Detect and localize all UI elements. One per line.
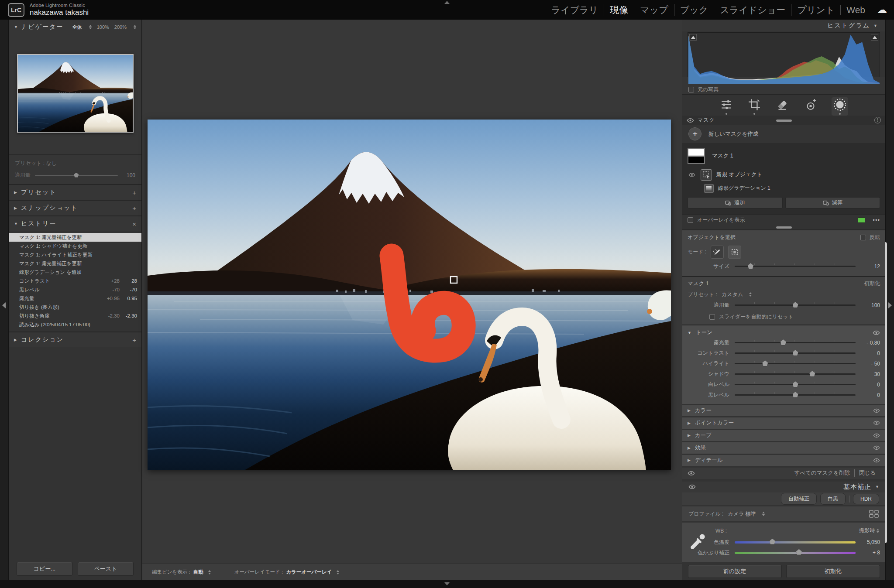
panel-drag-handle[interactable] bbox=[776, 120, 792, 122]
overlay-mode-value[interactable]: カラーオーバーレイ bbox=[286, 569, 332, 575]
red-eye-tool[interactable] bbox=[804, 98, 817, 115]
mask-subcomponent-row[interactable]: 線形グラデーション 1 bbox=[687, 182, 881, 196]
navigator-thumbnail[interactable] bbox=[17, 54, 134, 133]
add-collection-button[interactable]: + bbox=[132, 336, 136, 344]
invert-checkbox[interactable] bbox=[860, 235, 866, 240]
nav-zoom-100[interactable]: 100% bbox=[97, 24, 109, 30]
histogram[interactable] bbox=[688, 32, 880, 77]
collapse-bottom-arrow-icon[interactable] bbox=[444, 582, 450, 585]
module-slideshow[interactable]: スライドショー bbox=[714, 4, 791, 16]
nav-zoom-fit[interactable]: 全体 bbox=[72, 24, 82, 31]
module-web[interactable]: Web bbox=[840, 5, 871, 15]
presets-section-header[interactable]: ▶ プリセット + bbox=[9, 185, 141, 200]
basic-panel-header[interactable]: 基本補正 ▼ bbox=[682, 482, 885, 493]
edit-pins-value[interactable]: 自動 bbox=[193, 569, 203, 575]
history-item[interactable]: マスク 1: シャドウ補正を更新 bbox=[9, 242, 141, 250]
profile-value[interactable]: カメラ 標準 bbox=[728, 510, 756, 518]
mask-amount-slider[interactable] bbox=[735, 304, 856, 306]
healing-tool[interactable] bbox=[776, 98, 789, 115]
add-snapshot-button[interactable]: + bbox=[132, 205, 136, 212]
navigator-header[interactable]: ▼ ナビゲーター 全体 100% 200% bbox=[9, 20, 141, 34]
history-item[interactable]: マスク 1: 露光量補正を更新 bbox=[9, 233, 141, 242]
tone-header[interactable]: ▼ トーン bbox=[688, 328, 880, 338]
stepper-icon[interactable] bbox=[762, 512, 765, 516]
original-photo-checkbox[interactable] bbox=[688, 87, 694, 92]
show-overlay-checkbox[interactable] bbox=[688, 217, 693, 223]
copy-button[interactable]: コピー... bbox=[17, 562, 72, 576]
nav-zoom-200[interactable]: 200% bbox=[114, 24, 127, 30]
histogram-header[interactable]: ヒストグラム ▼ bbox=[682, 20, 885, 31]
photo-canvas[interactable] bbox=[148, 120, 671, 470]
info-icon[interactable]: ! bbox=[874, 117, 881, 123]
overlay-options-menu[interactable]: ••• bbox=[873, 217, 880, 223]
close-mask-panel-button[interactable]: 閉じる bbox=[854, 469, 880, 477]
exposure-slider[interactable] bbox=[735, 342, 856, 343]
amount-slider[interactable] bbox=[35, 175, 118, 176]
hdr-button[interactable]: HDR bbox=[853, 494, 879, 504]
highlights-slider[interactable] bbox=[735, 363, 856, 364]
history-item[interactable]: 線形グラデーション を追加 bbox=[9, 268, 141, 277]
profile-browser-icon[interactable] bbox=[869, 509, 879, 518]
module-book[interactable]: ブック bbox=[674, 4, 714, 16]
eye-icon[interactable] bbox=[687, 118, 694, 123]
history-item[interactable]: コントラスト+2828 bbox=[9, 277, 141, 285]
auto-reset-checkbox[interactable] bbox=[709, 314, 715, 320]
section-effects[interactable]: ▶ 効果 bbox=[682, 442, 885, 454]
mask-reset-button[interactable]: 初期化 bbox=[864, 280, 880, 287]
wb-eyedropper-icon[interactable] bbox=[688, 529, 706, 551]
tint-slider[interactable] bbox=[735, 552, 856, 554]
clear-history-button[interactable]: × bbox=[132, 220, 136, 228]
eye-icon[interactable] bbox=[688, 484, 696, 489]
wb-value[interactable]: 撮影時 bbox=[859, 527, 875, 534]
section-curve[interactable]: ▶ カーブ bbox=[682, 430, 885, 441]
masking-tool[interactable] bbox=[832, 97, 848, 116]
history-item[interactable]: 露光量+0.950.95 bbox=[9, 294, 141, 303]
history-section-header[interactable]: ▼ ヒストリー × bbox=[9, 216, 141, 231]
highlight-clipping-indicator[interactable] bbox=[871, 34, 878, 41]
stepper-icon[interactable] bbox=[877, 529, 879, 533]
whites-slider[interactable] bbox=[735, 384, 856, 385]
eye-icon[interactable] bbox=[873, 458, 880, 463]
history-item[interactable]: 読み込み (2025/04/15 17:05:00) bbox=[9, 320, 141, 329]
contrast-slider[interactable] bbox=[735, 352, 856, 354]
shadow-clipping-indicator[interactable] bbox=[689, 34, 697, 41]
left-panel-collapse-strip[interactable] bbox=[0, 20, 9, 580]
eye-icon[interactable] bbox=[873, 433, 880, 438]
mask-subtract-button[interactable]: 減算 bbox=[785, 197, 880, 209]
bw-button[interactable]: 白黒 bbox=[820, 493, 846, 505]
collapse-left-arrow-icon[interactable] bbox=[2, 302, 6, 308]
mask-item[interactable]: マスク 1 bbox=[687, 147, 881, 168]
module-develop[interactable]: 現像 bbox=[604, 4, 634, 16]
history-item[interactable]: マスク 1: ハイライト補正を更新 bbox=[9, 250, 141, 259]
snapshots-section-header[interactable]: ▶ スナップショット + bbox=[9, 201, 141, 215]
module-print[interactable]: プリント bbox=[791, 4, 840, 16]
brush-mode-button[interactable] bbox=[711, 246, 724, 259]
stepper-icon[interactable] bbox=[134, 25, 136, 29]
mask-add-button[interactable]: 追加 bbox=[688, 197, 783, 209]
module-map[interactable]: マップ bbox=[634, 4, 674, 16]
eye-icon[interactable] bbox=[873, 408, 880, 413]
stepper-icon[interactable] bbox=[89, 25, 92, 29]
section-detail[interactable]: ▶ ディテール bbox=[682, 455, 885, 466]
plus-icon[interactable]: + bbox=[688, 127, 701, 140]
eye-icon[interactable] bbox=[873, 330, 880, 335]
eye-icon[interactable] bbox=[873, 420, 880, 425]
rect-select-mode-button[interactable] bbox=[728, 246, 741, 259]
history-item[interactable]: 黒レベル-70-70 bbox=[9, 285, 141, 294]
history-item[interactable]: マスク 1: 露光量補正を更新 bbox=[9, 259, 141, 268]
stepper-icon[interactable] bbox=[337, 570, 339, 574]
crop-tool[interactable] bbox=[748, 98, 761, 115]
auto-button[interactable]: 自動補正 bbox=[781, 493, 817, 505]
basic-adjust-tool[interactable] bbox=[720, 98, 733, 115]
mask-preset-value[interactable]: カスタム bbox=[722, 291, 743, 298]
history-item[interactable]: 切り抜き (長方形) bbox=[9, 303, 141, 311]
blacks-slider[interactable] bbox=[735, 394, 856, 396]
overlay-color-swatch[interactable] bbox=[858, 217, 865, 223]
panel-drag-handle[interactable] bbox=[776, 226, 792, 229]
previous-settings-button[interactable]: 前の設定 bbox=[688, 565, 782, 578]
shadows-slider[interactable] bbox=[735, 373, 856, 375]
component-eye-icon[interactable] bbox=[688, 172, 696, 178]
create-mask-row[interactable]: + 新しいマスクを作成 bbox=[682, 125, 885, 143]
module-library[interactable]: ライブラリ bbox=[546, 4, 604, 16]
history-item[interactable]: 切り抜き角度-2.30-2.30 bbox=[9, 311, 141, 320]
